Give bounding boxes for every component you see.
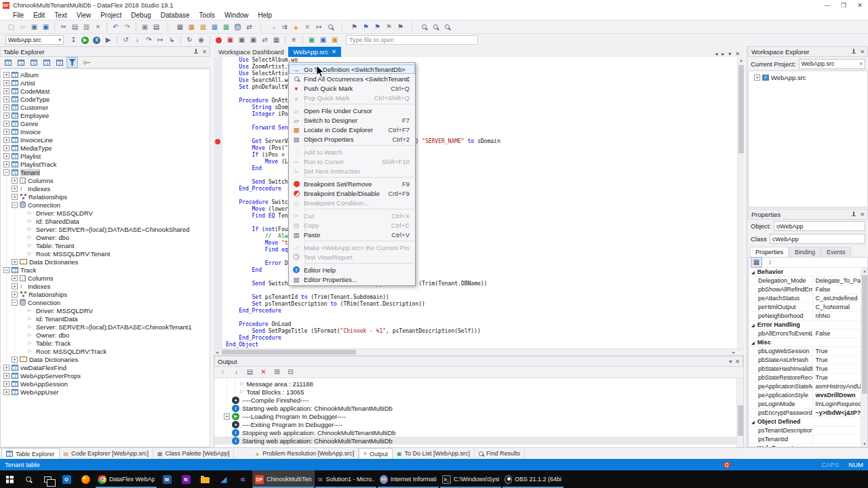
gutter[interactable] bbox=[214, 253, 222, 260]
tree-item-table-track[interactable]: +▷Table: Track bbox=[1, 339, 210, 347]
browser-icon[interactable]: ▣ bbox=[317, 35, 329, 45]
table-wizard-icon[interactable] bbox=[41, 57, 52, 68]
run-to-cursor-icon[interactable]: ↦ bbox=[155, 35, 166, 45]
delete-icon[interactable]: × bbox=[92, 22, 104, 33]
tree-item-invoiceline[interactable]: +InvoiceLine bbox=[1, 136, 210, 144]
tree-item-customer[interactable]: +Customer bbox=[1, 103, 210, 111]
panel-tab-to-do-list-webapp-src[interactable]: ▣To Do List [WebApp.src] bbox=[393, 448, 475, 459]
menu-item-paste[interactable]: ▥PasteCtrl+V bbox=[289, 230, 415, 239]
expand-icon[interactable]: + bbox=[12, 178, 18, 184]
breakpoints-window-icon[interactable]: ▣ bbox=[224, 35, 236, 45]
restructure-icon[interactable] bbox=[54, 57, 65, 68]
taskbar-visual-studio[interactable]: ∝ bbox=[233, 470, 252, 488]
menu-item-locate-in-code-explorer[interactable]: ▦Locate in Code ExplorerCtrl+F7 bbox=[289, 125, 415, 134]
gutter[interactable] bbox=[214, 91, 222, 98]
expand-all-icon[interactable]: ⊞ bbox=[271, 367, 283, 378]
gutter[interactable] bbox=[214, 267, 222, 274]
step-over-icon[interactable]: ↷ bbox=[143, 35, 155, 45]
gutter[interactable] bbox=[214, 70, 222, 77]
gutter[interactable] bbox=[214, 199, 222, 206]
property-value[interactable]: ~y>tbdW<j&tP?tD bbox=[813, 409, 868, 417]
close-icon[interactable]: ✕ bbox=[860, 211, 865, 218]
output-line[interactable]: ▷Message area : 211188 bbox=[214, 380, 743, 388]
tree-item-artist[interactable]: +Artist bbox=[1, 79, 210, 87]
tree-item-playlisttrack[interactable]: +PlaylistTrack bbox=[1, 160, 210, 168]
new-file-icon[interactable]: ▢ bbox=[5, 22, 17, 33]
gutter[interactable] bbox=[214, 104, 222, 111]
editor-vertical-scrollbar[interactable]: ▴ bbox=[737, 57, 744, 348]
property-row-pstenantdescription[interactable]: psTenantDescription bbox=[749, 426, 867, 435]
property-row-pbshowallrefinderro[interactable]: pbShowAllRefindErroFalse bbox=[749, 285, 867, 294]
property-value[interactable]: True bbox=[813, 365, 868, 373]
scrollbar-thumb[interactable] bbox=[738, 65, 744, 153]
open-table-icon[interactable] bbox=[28, 57, 39, 68]
scrollbar-thumb[interactable] bbox=[738, 405, 743, 436]
expand-icon[interactable]: + bbox=[12, 357, 18, 363]
current-project-select[interactable]: WebApp.src∨ bbox=[799, 59, 865, 69]
properties-tab-properties[interactable]: Properties bbox=[750, 247, 789, 257]
call-stack-icon[interactable]: ⇄ bbox=[259, 35, 271, 45]
gutter[interactable] bbox=[214, 186, 222, 192]
property-category-object-defined[interactable]: ◢Object Defined bbox=[749, 418, 867, 426]
bookmark-prev-icon[interactable]: ⚑ bbox=[360, 22, 372, 33]
property-value[interactable]: True bbox=[813, 356, 868, 364]
expand-icon[interactable]: + bbox=[3, 373, 9, 379]
tree-item-owner-dbo[interactable]: +▷Owner: dbo bbox=[1, 233, 210, 241]
tree-item-connection[interactable]: −Connection bbox=[1, 201, 210, 209]
gutter[interactable] bbox=[214, 274, 222, 281]
code-line[interactable]: Set psTenantDescription to (TRim(Tenant.… bbox=[214, 301, 744, 308]
collapse-all-icon[interactable]: ⊟ bbox=[285, 367, 296, 378]
tree-item-tenant[interactable]: −Tenant bbox=[1, 168, 210, 176]
tree-item-invoice[interactable]: +Invoice bbox=[1, 127, 210, 136]
property-row-pblogwebsession[interactable]: pbLogWebSessionTrue bbox=[749, 347, 867, 356]
menu-item-go-to-definition-switchtenantd[interactable]: →Go To Definition <SwitchTenantDb> bbox=[289, 64, 415, 74]
problems-icon[interactable]: ▲ bbox=[290, 22, 302, 33]
taskbar-firefox[interactable] bbox=[76, 470, 95, 488]
tree-item-id-shareddata[interactable]: +▷Id: SharedData bbox=[1, 217, 210, 225]
property-row-peneighborhood[interactable]: peNeighborhoodnhNo bbox=[749, 312, 867, 321]
gutter[interactable] bbox=[214, 192, 222, 199]
code-line[interactable]: End_Procedure bbox=[214, 335, 744, 342]
tree-item-genre[interactable]: +Genre bbox=[1, 119, 210, 127]
step-icon[interactable]: ▶ bbox=[102, 35, 114, 45]
gutter[interactable] bbox=[214, 281, 222, 287]
tree-item-webappserverprops[interactable]: +WebAppServerProps bbox=[1, 371, 210, 380]
property-value[interactable]: C_hoNormal bbox=[813, 303, 868, 311]
taskbar-obs-window[interactable]: OBS 21.1.2 (64bit, ... bbox=[502, 470, 564, 488]
gutter[interactable] bbox=[214, 131, 222, 138]
breakpoint-gutter[interactable] bbox=[214, 138, 222, 145]
gutter[interactable] bbox=[214, 301, 222, 308]
tree-item-table-tenant[interactable]: +▷Table: Tenant bbox=[1, 241, 210, 249]
alphabetical-icon[interactable]: ↕ bbox=[764, 257, 776, 268]
restart-icon[interactable]: ↻ bbox=[184, 35, 195, 45]
panel-tab-table-explorer[interactable]: Table Explorer bbox=[1, 448, 60, 459]
close-icon[interactable]: ✕ bbox=[202, 49, 207, 55]
expand-icon[interactable]: + bbox=[3, 129, 9, 135]
properties-scrollbar[interactable]: ▴ ▾ bbox=[861, 268, 867, 447]
code-line[interactable]: Send SetPageTitle (SFormat("Chinook - %1… bbox=[214, 328, 744, 335]
step-help-icon[interactable]: ↺ bbox=[120, 35, 132, 45]
expand-icon[interactable]: + bbox=[3, 72, 9, 78]
expand-icon[interactable]: + bbox=[754, 75, 760, 81]
output-line[interactable]: +▶----Loading Program In Debugger---- bbox=[214, 412, 743, 420]
tree-item-relationships[interactable]: +Relationships bbox=[1, 290, 210, 298]
expand-icon[interactable]: + bbox=[3, 96, 9, 102]
tab-webapp-src[interactable]: WebApp.src✕ bbox=[288, 47, 340, 57]
cascade-windows-icon[interactable]: ▦ bbox=[174, 22, 186, 33]
property-row-pballerrorstoeventlc[interactable]: pbAllErrorsToEventLcFalse bbox=[749, 329, 867, 338]
menu-item-switch-to-designer[interactable]: ▱Switch to DesignerF7 bbox=[289, 115, 415, 125]
tree-item-playlist[interactable]: +Playlist bbox=[1, 152, 210, 160]
property-row-pbstateasurlhash[interactable]: pbStateAsUrlHashTrue bbox=[749, 356, 867, 365]
watch-window-icon[interactable]: ▣ bbox=[236, 35, 248, 45]
close-icon[interactable]: ✕ bbox=[332, 49, 336, 55]
property-row-pbstaterestorerecon[interactable]: pbStateRestoreReconTrue bbox=[749, 373, 867, 382]
panel-tab-class-palette-webapp[interactable]: ▦Class Palette [WebApp] bbox=[153, 448, 234, 459]
property-category-misc[interactable]: ◢Misc bbox=[749, 338, 867, 347]
property-value[interactable]: lmLoginRequired bbox=[813, 400, 868, 408]
property-value[interactable] bbox=[813, 435, 868, 443]
object-field[interactable]: oWebApp bbox=[774, 221, 865, 231]
next-message-icon[interactable]: ↓ bbox=[231, 367, 242, 378]
panel-tab-problem-resolution-webapp-sr[interactable]: ▲Problem Resolution [WebApp.src] bbox=[250, 448, 359, 459]
expand-icon[interactable]: − bbox=[3, 267, 9, 273]
database-builder-icon[interactable] bbox=[232, 22, 243, 33]
